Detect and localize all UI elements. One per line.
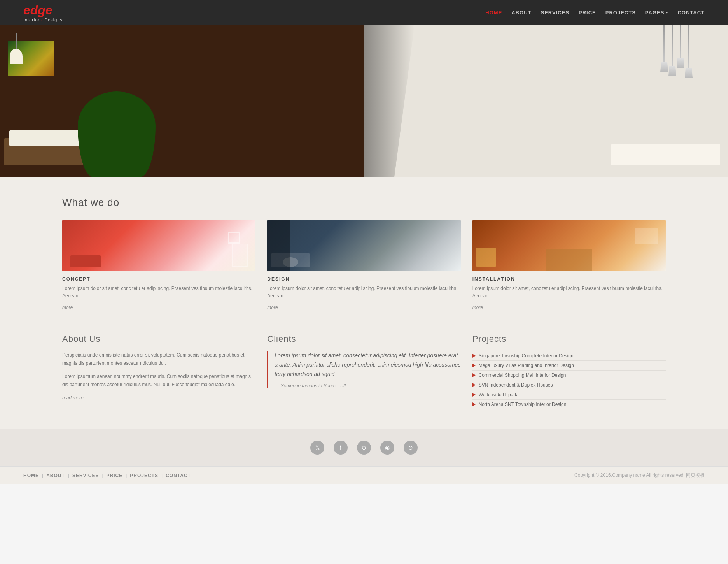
- window-design: [267, 220, 290, 271]
- footer-nav-contact[interactable]: Contact: [166, 473, 191, 478]
- service-card-design: DESIGN Lorem ipsum dolor sit amet, conc …: [267, 220, 460, 311]
- what-we-do-title: What we do: [62, 197, 666, 209]
- project-list-item[interactable]: World wide IT park: [472, 390, 666, 400]
- github-icon[interactable]: ⊙: [404, 441, 418, 455]
- concept-text: Lorem ipsum dolor sit amet, conc tetu er…: [62, 285, 256, 300]
- credits-text: 网页模板: [686, 473, 705, 478]
- logo-tagline: Interior / Designs: [23, 18, 63, 22]
- bottom-grid: About Us Perspiciatis unde omnis iste na…: [62, 334, 666, 409]
- installation-more-link[interactable]: more: [472, 305, 483, 310]
- footer-nav-home[interactable]: Home: [23, 473, 39, 478]
- bullet-icon: [472, 383, 476, 387]
- nav-projects[interactable]: PROJECTS: [606, 10, 636, 16]
- about-us-col: About Us Perspiciatis unde omnis iste na…: [62, 334, 256, 409]
- nav-pages[interactable]: PAGES ▾: [645, 10, 668, 16]
- design-more-link[interactable]: more: [267, 305, 278, 310]
- nav-contact[interactable]: CONTACT: [677, 10, 705, 16]
- footer-nav-about[interactable]: About: [46, 473, 65, 478]
- footer-nav-separator: |: [68, 473, 69, 478]
- hero-light-4: [688, 25, 689, 70]
- footer-bottom: Home|About|Services|Price|Projects|Conta…: [0, 466, 728, 484]
- bullet-icon: [472, 364, 476, 367]
- hero-lamp-shade-3: [677, 58, 684, 68]
- footer-nav-separator: |: [126, 473, 127, 478]
- projects-list: Singapore Township Complete Interior Des…: [472, 351, 666, 409]
- copyright-text: Copyright © 2016.Company name All rights…: [574, 473, 685, 478]
- project-item-label: SVN Independent & Duplex Houses: [479, 382, 553, 388]
- hero-lights: [663, 25, 689, 70]
- projects-title: Projects: [472, 334, 666, 344]
- project-list-item[interactable]: Mega luxury Villas Planing and Interior …: [472, 361, 666, 371]
- project-list-item[interactable]: Commercial Shopping Mall Interior Design: [472, 371, 666, 380]
- service-img-installation: [472, 220, 666, 271]
- what-we-do-grid: CONCEPT Lorem ipsum dolor sit amet, conc…: [62, 220, 666, 311]
- sofa-shape: [70, 255, 101, 267]
- project-list-item[interactable]: North Arena SNT Township Interior Design: [472, 400, 666, 409]
- installation-title: INSTALLATION: [472, 276, 666, 282]
- service-img-concept: [62, 220, 256, 271]
- tv-installation: [635, 228, 658, 244]
- clients-quote: Lorem ipsum dolor sit amet, consectetur …: [267, 351, 460, 388]
- design-text: Lorem ipsum dolor sit amet, conc tetu er…: [267, 285, 460, 300]
- hero-lamp-shade-1: [660, 62, 668, 72]
- facebook-icon[interactable]: f: [334, 441, 348, 455]
- nav-about[interactable]: ABOUT: [511, 10, 531, 16]
- about-para-1: Perspiciatis unde omnis iste natus error…: [62, 351, 256, 367]
- hero-counter: [611, 144, 720, 165]
- service-card-concept: CONCEPT Lorem ipsum dolor sit amet, conc…: [62, 220, 256, 311]
- logo: edge Interior / Designs: [23, 3, 63, 22]
- what-we-do-section: What we do CONCEPT Lorem ipsum dolor sit…: [62, 197, 666, 311]
- read-more-link[interactable]: read more: [62, 395, 84, 401]
- hero-stairs: [364, 25, 415, 177]
- header: edge Interior / Designs HOME ABOUT SERVI…: [0, 0, 728, 25]
- hero-lamp-shade-4: [685, 68, 693, 78]
- about-para-2: Lorem ipsumum aenean noummy endrerit mau…: [62, 372, 256, 388]
- hero-plants: [78, 91, 156, 177]
- logo-dg: dg: [30, 3, 46, 17]
- twitter-icon[interactable]: 𝕏: [310, 441, 324, 455]
- about-us-title: About Us: [62, 334, 256, 344]
- chevron-down-icon: ▾: [666, 11, 668, 15]
- project-list-item[interactable]: Singapore Township Complete Interior Des…: [472, 351, 666, 361]
- main-content: What we do CONCEPT Lorem ipsum dolor sit…: [0, 177, 728, 429]
- projects-col: Projects Singapore Township Complete Int…: [472, 334, 666, 409]
- footer-nav-services[interactable]: Services: [72, 473, 99, 478]
- service-card-installation: INSTALLATION Lorem ipsum dolor sit amet,…: [472, 220, 666, 311]
- logo-slash: /: [41, 18, 43, 22]
- footer-nav-separator: |: [42, 473, 43, 478]
- footer-nav-price[interactable]: Price: [107, 473, 123, 478]
- bullet-icon: [472, 373, 476, 377]
- project-item-label: Mega luxury Villas Planing and Interior …: [479, 363, 574, 368]
- hero-light-3: [680, 25, 681, 60]
- logo-e: e: [23, 3, 30, 17]
- hero-bg: [0, 25, 728, 177]
- flickr-icon[interactable]: ◉: [380, 441, 394, 455]
- logo-designs: Designs: [44, 18, 63, 22]
- concept-more-link[interactable]: more: [62, 305, 73, 310]
- footer-social: 𝕏f⊕◉⊙: [0, 429, 728, 466]
- clients-title: Clients: [267, 334, 460, 344]
- project-item-label: Singapore Township Complete Interior Des…: [479, 353, 574, 358]
- nav-home[interactable]: HOME: [485, 10, 502, 16]
- project-item-label: North Arena SNT Township Interior Design: [479, 402, 567, 407]
- window-shape: [232, 244, 248, 267]
- hero-light-1: [663, 25, 665, 64]
- service-img-design: [267, 220, 460, 271]
- logo-interior: Interior: [23, 18, 40, 22]
- hero-lamp-shade-2: [668, 66, 676, 76]
- main-nav: HOME ABOUT SERVICES PRICE PROJECTS PAGES…: [485, 10, 705, 16]
- footer-nav-separator: |: [161, 473, 163, 478]
- concept-title: CONCEPT: [62, 276, 256, 282]
- nav-services[interactable]: SERVICES: [541, 10, 570, 16]
- bed-installation: [546, 249, 592, 271]
- nav-price[interactable]: PRICE: [579, 10, 596, 16]
- project-list-item[interactable]: SVN Independent & Duplex Houses: [472, 380, 666, 390]
- footer-nav-projects[interactable]: Projects: [130, 473, 158, 478]
- hero-light-2: [672, 25, 673, 68]
- dribbble-icon[interactable]: ⊕: [357, 441, 371, 455]
- cabinet-installation: [476, 248, 496, 267]
- installation-text: Lorem ipsum dolor sit amet, conc tetu er…: [472, 285, 666, 300]
- bullet-icon: [472, 354, 476, 358]
- bullet-icon: [472, 393, 476, 397]
- footer-copyright: Copyright © 2016.Company name All rights…: [574, 472, 705, 479]
